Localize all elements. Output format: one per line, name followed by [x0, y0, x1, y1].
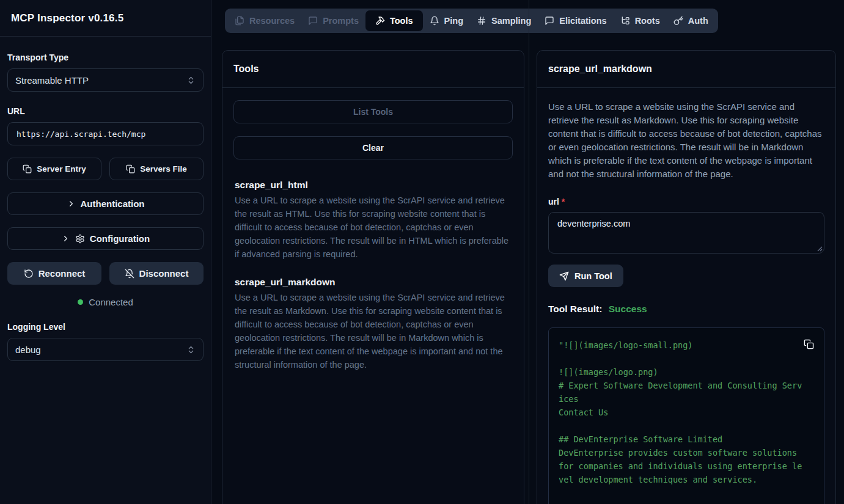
tool-result-status: Success — [609, 304, 647, 314]
chevron-right-icon — [67, 199, 76, 208]
tool-description: Use a URL to scrape a website using the … — [235, 291, 512, 371]
server-entry-label: Server Entry — [37, 164, 86, 173]
rotate-ccw-icon — [24, 269, 34, 279]
list-tools-button[interactable]: List Tools — [233, 100, 513, 123]
configuration-label: Configuration — [90, 233, 150, 244]
folder-tree-icon — [620, 16, 630, 26]
url-label: URL — [7, 106, 204, 116]
chevrons-up-down-icon — [186, 76, 196, 85]
tab-label: Sampling — [491, 16, 531, 26]
tab-tools[interactable]: Tools — [365, 10, 423, 31]
connection-status: Connected — [7, 297, 204, 307]
resize-grip-icon[interactable] — [816, 246, 823, 252]
tab-label: Prompts — [323, 16, 359, 26]
tab-roots[interactable]: Roots — [614, 10, 667, 31]
tool-detail-description: Use a URL to scrape a website using the … — [548, 100, 824, 181]
logging-level-select[interactable]: debug — [7, 338, 204, 361]
run-tool-button[interactable]: Run Tool — [548, 265, 623, 287]
configuration-toggle[interactable]: Configuration — [7, 227, 204, 250]
transport-type-label: Transport Type — [7, 53, 204, 62]
tab-elicitations[interactable]: Elicitations — [538, 10, 613, 31]
reconnect-button[interactable]: Reconnect — [7, 262, 101, 285]
reconnect-label: Reconnect — [39, 268, 86, 279]
tab-label: Resources — [249, 16, 295, 26]
chevrons-up-down-icon — [186, 345, 196, 354]
tool-description: Use a URL to scrape a website using the … — [235, 194, 512, 261]
logging-level-label: Logging Level — [7, 322, 204, 332]
copy-icon — [126, 164, 135, 173]
tools-panel: Tools List Tools Clear scrape_url_html U… — [222, 50, 524, 504]
tool-detail-panel: scrape_url_markdown Use a URL to scrape … — [537, 50, 836, 504]
tool-result-line: Tool Result: Success — [548, 304, 824, 315]
tool-result-output-block: "![](images/logo-small.png) ![](images/l… — [548, 327, 824, 504]
send-icon — [559, 271, 569, 281]
tool-list: scrape_url_html Use a URL to scrape a we… — [233, 180, 513, 371]
tab-sampling[interactable]: Sampling — [470, 10, 538, 31]
sidebar: MCP Inspector v0.16.5 Transport Type Str… — [0, 0, 211, 504]
url-input[interactable] — [7, 122, 204, 145]
app-title: MCP Inspector v0.16.5 — [11, 12, 123, 24]
tab-resources[interactable]: Resources — [228, 10, 301, 31]
clear-button[interactable]: Clear — [233, 136, 513, 159]
transport-type-value: Streamable HTTP — [15, 75, 89, 86]
status-label: Connected — [89, 297, 133, 307]
tool-list-item-scrape-url-markdown[interactable]: scrape_url_markdown Use a URL to scrape … — [235, 277, 512, 371]
run-tool-label: Run Tool — [574, 271, 612, 281]
server-entry-button[interactable]: Server Entry — [7, 158, 101, 180]
copy-icon — [23, 164, 32, 173]
copy-icon — [804, 339, 814, 349]
authentication-toggle[interactable]: Authentication — [7, 192, 204, 215]
bell-icon — [430, 16, 439, 26]
tab-bar: Resources Prompts Tools Ping Sampling El… — [225, 9, 718, 33]
tab-auth[interactable]: Auth — [667, 10, 715, 31]
disconnect-button[interactable]: Disconnect — [109, 262, 204, 285]
tool-name: scrape_url_markdown — [235, 277, 512, 288]
bell-off-icon — [125, 269, 134, 279]
servers-file-label: Servers File — [140, 164, 187, 173]
copy-result-button[interactable] — [802, 338, 815, 351]
tool-name: scrape_url_html — [235, 180, 512, 191]
authentication-label: Authentication — [81, 199, 145, 209]
panel-resize-divider[interactable] — [529, 0, 529, 504]
tab-label: Elicitations — [559, 16, 606, 26]
tool-detail-title: scrape_url_markdown — [548, 64, 824, 75]
tab-label: Roots — [635, 16, 660, 26]
disconnect-label: Disconnect — [139, 268, 189, 279]
tab-ping[interactable]: Ping — [423, 10, 470, 31]
chevron-right-icon — [61, 234, 70, 243]
tab-label: Ping — [444, 16, 463, 26]
tab-prompts[interactable]: Prompts — [301, 10, 365, 31]
message-square-icon — [308, 16, 318, 26]
logging-level-value: debug — [15, 345, 41, 355]
hammer-icon — [375, 16, 385, 26]
message-square-icon — [545, 16, 554, 26]
tool-result-label: Tool Result: — [548, 304, 602, 314]
files-icon — [235, 16, 244, 26]
tool-result-output: "![](images/logo-small.png) ![](images/l… — [559, 338, 803, 486]
required-marker: * — [562, 197, 565, 206]
servers-file-button[interactable]: Servers File — [109, 158, 204, 180]
transport-type-select[interactable]: Streamable HTTP — [7, 68, 204, 92]
param-name: url — [548, 197, 559, 206]
status-dot — [78, 299, 83, 305]
sidebar-header: MCP Inspector v0.16.5 — [0, 0, 211, 37]
url-param-input[interactable]: deventerprise.com — [548, 212, 824, 254]
key-icon — [673, 16, 683, 26]
hash-icon — [477, 16, 486, 26]
tool-list-item-scrape-url-html[interactable]: scrape_url_html Use a URL to scrape a we… — [235, 180, 512, 261]
gear-icon — [75, 234, 85, 244]
url-param-label: url * — [548, 197, 824, 206]
tab-label: Tools — [390, 16, 413, 26]
tools-panel-title: Tools — [233, 64, 513, 75]
tab-label: Auth — [688, 16, 708, 26]
